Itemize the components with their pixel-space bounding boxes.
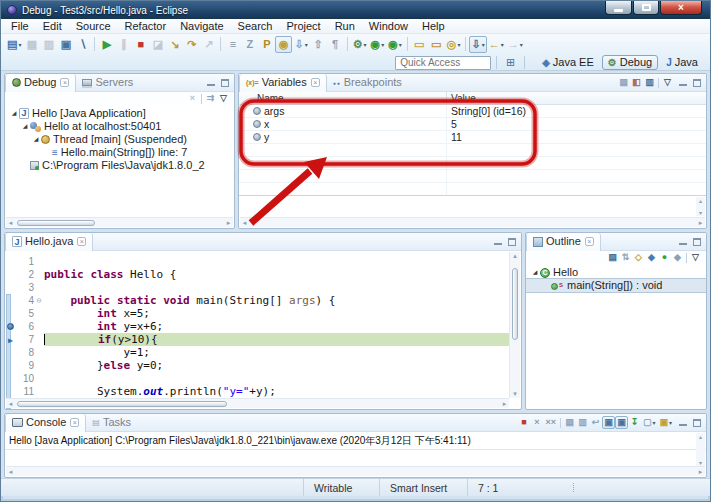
menu-project[interactable]: Project xyxy=(279,19,327,34)
editor-vertical-scrollbar[interactable]: ▴ ▾ xyxy=(509,252,520,398)
menu-file[interactable]: File xyxy=(4,19,36,34)
terminate-icon[interactable]: ■ xyxy=(132,36,149,53)
expand-toggle-icon[interactable]: ◢ xyxy=(20,120,30,133)
scrollbar-thumb[interactable] xyxy=(512,268,518,340)
open-console-icon[interactable]: ▣▾ xyxy=(657,416,674,429)
debug-tree-item[interactable]: ◢Thread [main] (Suspended) xyxy=(5,133,234,146)
remove-all-launches-icon[interactable]: ×× xyxy=(543,416,558,429)
step-filters-icon[interactable]: Z xyxy=(241,36,258,53)
maximize-view-button[interactable] xyxy=(692,237,702,247)
run-launch-icon[interactable]: ◉▾ xyxy=(369,36,387,53)
minimize-view-button[interactable] xyxy=(678,418,688,428)
word-wrap-icon[interactable]: ↩ xyxy=(589,416,602,429)
perspective-java[interactable]: JJava xyxy=(660,55,704,70)
focus-icon[interactable]: ▤ xyxy=(606,251,619,264)
outline-item[interactable]: ◢CHello xyxy=(526,266,706,279)
step-return-icon[interactable]: ↗ xyxy=(200,36,217,53)
display-console-icon[interactable]: ▢▾ xyxy=(641,416,658,429)
debug-tree-item[interactable]: ◢JHello [Java Application] xyxy=(5,107,234,120)
show-stderr-icon[interactable]: ▣ xyxy=(615,416,628,429)
debug-launch-icon[interactable]: ⚙▾ xyxy=(351,36,369,53)
code-line[interactable]: 6 int y=x+6; xyxy=(5,320,509,333)
scroll-left-icon[interactable]: ◂ xyxy=(6,219,15,227)
variable-row[interactable]: argsString[0] (id=16) xyxy=(239,105,706,118)
close-tab-icon[interactable]: × xyxy=(311,78,320,87)
hide-fields-icon[interactable]: ◇ xyxy=(632,251,645,264)
hide-static-members-icon[interactable]: ◆ xyxy=(645,251,658,264)
tab-tasks[interactable]: ▤Tasks xyxy=(86,414,137,432)
connect-icon[interactable]: ⇉ xyxy=(204,92,217,105)
code-line[interactable]: 4⊖ public static void main(String[] args… xyxy=(5,294,509,307)
title-bar[interactable]: Debug - Test3/src/Hello.java - Eclipse × xyxy=(1,1,710,19)
perspective-java-ee[interactable]: ◈Java EE xyxy=(536,55,600,70)
code-editor[interactable]: 12public class Hello {34⊖ public static … xyxy=(5,252,509,409)
show-whitespace-icon[interactable]: ¶ xyxy=(327,36,344,53)
back-icon[interactable]: ←▾ xyxy=(487,36,506,53)
sort-icon[interactable]: ⇅ xyxy=(619,251,632,264)
tab-hello-java[interactable]: JHello.java× xyxy=(5,233,93,251)
scroll-right-icon[interactable]: ▸ xyxy=(500,400,509,408)
minimize-view-button[interactable] xyxy=(493,237,503,247)
new-wizard-icon[interactable]: ▤▾ xyxy=(5,36,23,53)
scroll-up-icon[interactable]: ▴ xyxy=(699,197,702,204)
tab-debug[interactable]: Debug× xyxy=(5,74,76,92)
outline-item[interactable]: Smain(String[]) : void xyxy=(526,279,706,292)
scroll-up-icon[interactable]: ▴ xyxy=(510,252,520,260)
breakpoint-icon[interactable] xyxy=(7,323,14,330)
code-line[interactable]: 3 xyxy=(5,281,509,294)
tab-outline[interactable]: Outline× xyxy=(526,233,601,251)
code-line[interactable]: 10 xyxy=(5,372,509,385)
maximize-view-button[interactable] xyxy=(507,237,517,247)
menu-navigate[interactable]: Navigate xyxy=(173,19,230,34)
scroll-left-icon[interactable]: ◂ xyxy=(240,219,249,227)
maximize-button[interactable] xyxy=(633,1,659,15)
dropdown-arrow-icon[interactable]: ▾ xyxy=(501,41,504,48)
debug-tree-item[interactable]: C:\Program Files\Java\jdk1.8.0_2 xyxy=(5,159,234,172)
tab-servers[interactable]: Servers xyxy=(76,74,139,92)
variable-row[interactable]: y11 xyxy=(239,131,706,144)
code-line[interactable]: ▶7 if(y>10){ xyxy=(5,333,509,346)
scrollbar-thumb[interactable] xyxy=(17,401,227,407)
minimize-view-button[interactable] xyxy=(678,78,688,88)
view-menu-icon[interactable]: ▽ xyxy=(689,251,702,264)
run-to-line-icon[interactable]: P xyxy=(258,36,275,53)
menu-edit[interactable]: Edit xyxy=(36,19,69,34)
code-line[interactable]: 11 System.out.println("y="+y); xyxy=(5,385,509,398)
save-all-icon[interactable]: ▥ xyxy=(40,36,57,53)
show-type-names-icon[interactable]: ▤ xyxy=(617,76,630,89)
scrollbar-thumb[interactable] xyxy=(17,220,95,226)
pin-console-icon[interactable]: ↧ xyxy=(628,416,641,429)
dropdown-arrow-icon[interactable]: ▾ xyxy=(364,41,367,48)
clear-console-icon[interactable]: ▤ xyxy=(563,416,576,429)
code-line[interactable]: 1 xyxy=(5,255,509,268)
dropdown-arrow-icon[interactable]: ▾ xyxy=(18,41,21,48)
show-logical-structures-icon[interactable]: ◧ xyxy=(630,76,643,89)
code-line[interactable]: 9 }else y=0; xyxy=(5,359,509,372)
dropdown-arrow-icon[interactable]: ▾ xyxy=(381,41,384,48)
scroll-down-icon[interactable]: ▾ xyxy=(696,459,705,466)
dropdown-arrow-icon[interactable]: ▾ xyxy=(482,41,485,48)
quick-access-input[interactable] xyxy=(395,56,491,70)
drop-to-frame-icon[interactable]: ≡ xyxy=(224,36,241,53)
menu-source[interactable]: Source xyxy=(69,19,118,34)
column-name[interactable]: Name xyxy=(239,92,447,104)
open-perspective-icon[interactable]: ⊞ xyxy=(502,54,519,71)
prev-annotation-icon[interactable]: ⇧ xyxy=(310,36,327,53)
step-over-icon[interactable]: ↷ xyxy=(183,36,200,53)
remove-terminated-icon[interactable]: × xyxy=(186,92,199,105)
code-line[interactable]: 2public class Hello { xyxy=(5,268,509,281)
menu-help[interactable]: Help xyxy=(415,19,452,34)
dropdown-arrow-icon[interactable]: ▾ xyxy=(669,419,672,426)
suspend-icon[interactable]: ∥ xyxy=(115,36,132,53)
tab-breakpoints[interactable]: ●●Breakpoints xyxy=(327,74,408,92)
scroll-left-icon[interactable]: ◂ xyxy=(6,468,15,476)
debug-horizontal-scrollbar[interactable]: ◂ ▸ xyxy=(6,217,233,227)
save-icon[interactable]: ▦ xyxy=(23,36,40,53)
next-annotation-icon[interactable]: ⇩▾ xyxy=(292,36,309,53)
tab-variables[interactable]: (x)=Variables× xyxy=(239,74,327,92)
variables-horizontal-scrollbar[interactable]: ◂ ▸ xyxy=(240,217,705,227)
hide-local-types-icon[interactable]: ◆ xyxy=(671,251,684,264)
close-tab-icon[interactable]: × xyxy=(585,237,594,246)
scroll-right-icon[interactable]: ▸ xyxy=(696,219,705,227)
forward-icon[interactable]: →▾ xyxy=(506,36,525,53)
